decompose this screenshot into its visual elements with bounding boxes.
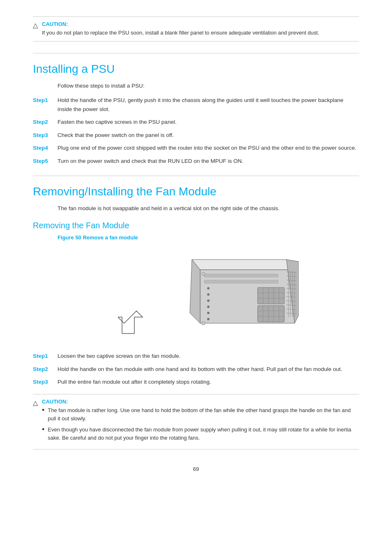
svg-rect-22 — [258, 287, 284, 304]
step-label: Step2 — [33, 365, 53, 374]
step-text: Pull the entire fan module out after it … — [58, 378, 211, 387]
bullet-dot: • — [42, 406, 44, 415]
step-item: Step4 Plug one end of the power cord shi… — [33, 144, 359, 153]
removing-fan-heading: Removing the Fan Module — [33, 221, 359, 230]
step-text: Check that the power switch on the panel… — [58, 131, 174, 140]
installing-psu-steps: Step1 Hold the handle of the PSU, gently… — [33, 96, 359, 166]
caution-box-top: △ CAUTION: If you do not plan to replace… — [33, 16, 359, 42]
step-item: Step3 Check that the power switch on the… — [33, 131, 359, 140]
caution-content-top: CAUTION: If you do not plan to replace t… — [42, 21, 319, 37]
svg-point-43 — [202, 322, 205, 325]
svg-point-41 — [207, 318, 210, 320]
caution-triangle-icon: △ — [33, 21, 38, 29]
svg-point-37 — [207, 293, 210, 296]
step-label: Step3 — [33, 378, 53, 387]
removing-installing-section: Removing/Installing the Fan Module The f… — [33, 176, 359, 387]
step-item: Step5 Turn on the power switch and check… — [33, 157, 359, 166]
svg-point-40 — [207, 312, 210, 314]
bullet-item: • The fan module is rather long. Use one… — [42, 406, 353, 422]
fan-module-illustration — [118, 247, 299, 342]
page-number: 69 — [33, 466, 359, 472]
step-text: Turn on the power switch and check that … — [58, 157, 243, 166]
step-text: Hold the handle of the PSU, gently push … — [58, 96, 359, 114]
step-text: Plug one end of the power cord shipped w… — [58, 144, 356, 153]
bullet-text: Even though you have disconnected the fa… — [48, 426, 353, 442]
svg-point-39 — [207, 306, 210, 308]
caution-bullet-list: • The fan module is rather long. Use one… — [42, 406, 353, 442]
figure-label: Figure 50 Remove a fan module — [58, 234, 359, 241]
svg-point-36 — [207, 287, 210, 290]
caution-label-bottom: CAUTION: — [42, 399, 353, 405]
bullet-item: • Even though you have disconnected the … — [42, 426, 353, 442]
installing-psu-section: Installing a PSU Follow these steps to i… — [33, 53, 359, 166]
installing-psu-intro: Follow these steps to install a PSU: — [33, 81, 359, 90]
caution-box-bottom: △ CAUTION: • The fan module is rather lo… — [33, 394, 359, 450]
caution-text-top: If you do not plan to replace the PSU so… — [42, 29, 319, 37]
step-text: Hold the handle on the fan module with o… — [58, 365, 342, 374]
step-label: Step5 — [33, 157, 53, 166]
step-item: Step1 Loosen the two captive screws on t… — [33, 352, 359, 361]
svg-rect-20 — [204, 274, 278, 277]
svg-point-38 — [207, 299, 210, 302]
caution-content-bottom: CAUTION: • The fan module is rather long… — [42, 399, 353, 445]
step-item: Step2 Hold the handle on the fan module … — [33, 365, 359, 374]
step-text: Loosen the two captive screws on the fan… — [58, 352, 180, 361]
bullet-dot: • — [42, 426, 44, 434]
svg-rect-21 — [204, 280, 278, 283]
svg-marker-0 — [118, 311, 143, 334]
removing-installing-heading: Removing/Installing the Fan Module — [33, 185, 359, 198]
figure-container: Figure 50 Remove a fan module — [58, 234, 359, 342]
svg-rect-29 — [258, 306, 284, 322]
step-label: Step4 — [33, 144, 53, 153]
step-label: Step1 — [33, 96, 53, 105]
step-label: Step3 — [33, 131, 53, 140]
svg-point-42 — [202, 272, 205, 276]
svg-marker-1 — [192, 260, 295, 270]
installing-psu-heading: Installing a PSU — [33, 63, 359, 76]
caution-label-top: CAUTION: — [42, 21, 319, 27]
removing-installing-intro: The fan module is hot swappable and held… — [33, 204, 359, 213]
removing-fan-subsection: Removing the Fan Module Figure 50 Remove… — [33, 221, 359, 387]
step-item: Step3 Pull the entire fan module out aft… — [33, 378, 359, 387]
removing-fan-steps: Step1 Loosen the two captive screws on t… — [33, 352, 359, 387]
svg-marker-4 — [190, 260, 200, 323]
step-text: Fasten the two captive screws in the PSU… — [58, 118, 177, 127]
bullet-text: The fan module is rather long. Use one h… — [48, 406, 353, 422]
caution-triangle-icon-bottom: △ — [33, 399, 38, 407]
step-label: Step1 — [33, 352, 53, 361]
step-label: Step2 — [33, 118, 53, 127]
step-item: Step2 Fasten the two captive screws in t… — [33, 118, 359, 127]
step-item: Step1 Hold the handle of the PSU, gently… — [33, 96, 359, 114]
